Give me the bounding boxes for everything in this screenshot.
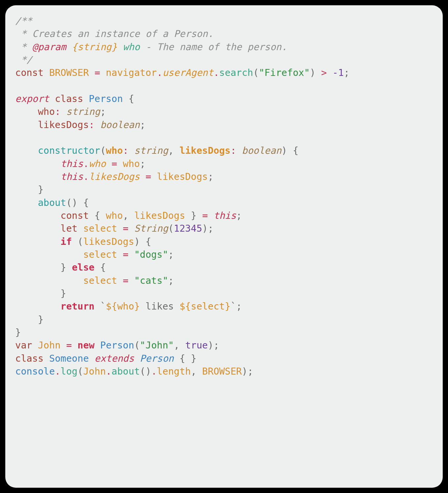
brace-close: } xyxy=(60,288,66,299)
kw-var: var xyxy=(15,340,32,351)
var-likesdogs: likesDogs xyxy=(134,210,185,221)
num-neg1: -1 xyxy=(332,67,344,78)
semi: ; xyxy=(208,223,214,234)
dot: . xyxy=(55,366,60,377)
brace: { xyxy=(100,262,106,273)
jsdoc-rest: - The name of the person. xyxy=(140,42,287,52)
this: this xyxy=(60,171,83,182)
code-block: /** * Creates an instance of a Person. *… xyxy=(15,15,433,378)
tpl-open: ${ xyxy=(180,301,191,312)
var-select: select xyxy=(83,249,117,260)
op-gt: > xyxy=(321,67,327,78)
this: this xyxy=(60,158,83,169)
paren: ) xyxy=(134,236,140,247)
colon: : xyxy=(89,119,94,130)
str-dogs: "dogs" xyxy=(134,249,168,260)
op-eq: = xyxy=(112,158,117,169)
var-likesdogs: likesDogs xyxy=(157,171,208,182)
brace: { xyxy=(83,197,89,208)
brace-close: } xyxy=(191,353,196,364)
semi: ; xyxy=(100,106,106,117)
kw-export: export xyxy=(15,93,49,104)
semi: ; xyxy=(344,67,349,78)
brace-close: } xyxy=(15,327,21,338)
jsdoc-close: */ xyxy=(15,54,32,65)
colon: : xyxy=(55,106,60,117)
paren: ( xyxy=(66,197,72,208)
kw-const: const xyxy=(60,210,89,221)
prop-who: who xyxy=(89,158,106,169)
paren: ( xyxy=(100,145,106,156)
op-eq: = xyxy=(123,249,128,260)
navigator: navigator xyxy=(106,67,157,78)
prop-likesdogs: likesDogs xyxy=(89,171,140,182)
comma: , xyxy=(168,145,174,156)
type-boolean: boolean xyxy=(100,119,140,130)
op-eq: = xyxy=(146,171,151,182)
brace-close: } xyxy=(38,314,44,325)
op-eq: = xyxy=(123,275,128,286)
kw-const: const xyxy=(15,67,44,78)
var-who: who xyxy=(117,301,134,312)
builtin-string: String xyxy=(134,223,168,234)
tpl-close: } xyxy=(134,301,140,312)
semi: ; xyxy=(214,340,219,351)
op-eq: = xyxy=(202,210,208,221)
op-eq: = xyxy=(94,67,100,78)
paren: ( xyxy=(253,67,259,78)
paren: ( xyxy=(168,223,174,234)
str-john: "John" xyxy=(140,340,174,351)
semi: ; xyxy=(236,301,242,312)
paren: ( xyxy=(78,236,83,247)
fn-log: log xyxy=(60,366,77,377)
param-who: who xyxy=(106,145,123,156)
jsdoc-tag: @param xyxy=(32,42,66,52)
const-browser: BROWSER xyxy=(202,366,242,377)
str-cats: "cats" xyxy=(134,275,168,286)
colon: : xyxy=(230,145,236,156)
jsdoc-type: {string} xyxy=(72,42,117,52)
field-who: who xyxy=(38,106,55,117)
brace: { xyxy=(128,93,134,104)
dot: . xyxy=(151,366,157,377)
cond-likesdogs: likesDogs xyxy=(83,236,134,247)
console: console xyxy=(15,366,55,377)
class-someone: Someone xyxy=(49,353,89,364)
kw-extends: extends xyxy=(94,353,134,364)
var-john: John xyxy=(83,366,106,377)
kw-new: new xyxy=(78,340,94,351)
var-who: who xyxy=(106,210,123,221)
kw-let: let xyxy=(60,223,77,234)
brace: { xyxy=(146,236,151,247)
comma: , xyxy=(191,366,196,377)
paren: ) xyxy=(282,145,287,156)
dot: . xyxy=(157,67,162,78)
brace-close: } xyxy=(60,262,66,273)
paren: ) xyxy=(72,197,78,208)
kw-return: return xyxy=(60,301,94,312)
tpl-close: } xyxy=(225,301,230,312)
class-person: Person xyxy=(89,93,123,104)
semi: ; xyxy=(140,119,146,130)
tpl-text: likes xyxy=(140,301,180,312)
var-select: select xyxy=(191,301,225,312)
fn-about: about xyxy=(38,197,66,208)
semi: ; xyxy=(248,366,253,377)
var-john: John xyxy=(38,340,61,351)
paren: ) xyxy=(208,340,214,351)
comma: , xyxy=(174,340,180,351)
kw-else: else xyxy=(72,262,95,273)
class-person: Person xyxy=(100,340,134,351)
type-string: string xyxy=(66,106,100,117)
semi: ; xyxy=(140,158,146,169)
var-select: select xyxy=(83,275,117,286)
jsdoc-param-prefix: * xyxy=(15,42,32,52)
useragent: userAgent xyxy=(162,67,213,78)
semi: ; xyxy=(168,249,174,260)
jsdoc-desc: * Creates an instance of a Person. xyxy=(15,28,214,39)
brace-close: } xyxy=(38,184,44,195)
paren: ) xyxy=(202,223,208,234)
brace: { xyxy=(180,353,185,364)
dot: . xyxy=(106,366,112,377)
backtick: ` xyxy=(230,301,236,312)
